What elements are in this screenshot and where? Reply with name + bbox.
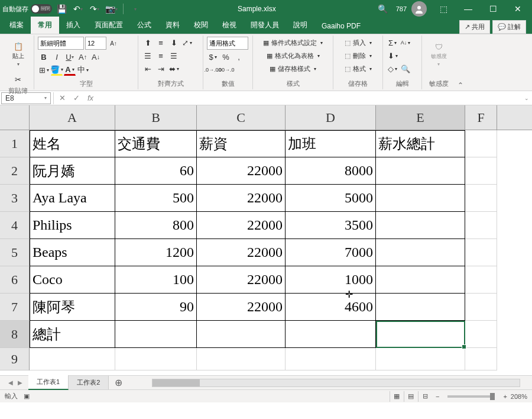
conditional-format-button[interactable]: ▦ 條件式格式設定 (257, 37, 329, 49)
cell[interactable] (376, 321, 465, 348)
cell[interactable]: 交通費 (115, 130, 197, 157)
cell[interactable] (286, 321, 376, 348)
cells-area[interactable]: 總計46002200090陳阿琴100022000100Coco70002200… (30, 130, 532, 375)
delete-cells-button[interactable]: ⬚ 刪除 (337, 50, 379, 62)
cell[interactable]: 陳阿琴 (30, 294, 115, 321)
comments-button[interactable]: 💬 註解 (492, 20, 526, 34)
row-header-1[interactable]: 1 (0, 130, 30, 157)
cell[interactable]: 90 (115, 294, 197, 321)
insert-function-icon[interactable]: fx (83, 92, 98, 104)
col-header-b[interactable]: B (115, 105, 197, 130)
cell[interactable]: 總計 (30, 321, 115, 348)
redo-icon[interactable]: ↷▾ (87, 2, 102, 16)
sheet-next-icon[interactable]: ▶ (17, 378, 24, 387)
find-icon[interactable]: 🔍 (400, 63, 411, 75)
align-center-icon[interactable]: ≡ (155, 50, 167, 62)
cell[interactable] (376, 212, 465, 239)
cell[interactable]: 60 (115, 157, 197, 185)
decrease-indent-icon[interactable]: ⇤ (142, 63, 154, 75)
cell[interactable]: 1200 (115, 239, 197, 266)
cell[interactable]: Aya Laya (30, 185, 115, 212)
share-button[interactable]: ↗ 共用 (459, 20, 490, 34)
cell[interactable]: 薪資 (197, 130, 286, 157)
percent-icon[interactable]: % (220, 51, 232, 63)
cell[interactable] (376, 185, 465, 212)
horizontal-scrollbar[interactable] (152, 379, 520, 387)
border-icon[interactable]: ⊞ (38, 64, 50, 76)
tab-file[interactable]: 檔案 (2, 17, 31, 34)
font-name-select[interactable] (38, 37, 84, 50)
cell[interactable] (465, 321, 497, 348)
cell[interactable] (30, 348, 115, 370)
cell[interactable]: 500 (115, 185, 197, 212)
close-icon[interactable]: ✕ (506, 2, 530, 16)
cell-styles-button[interactable]: ▦ 儲存格樣式 (257, 63, 329, 75)
cell[interactable] (465, 294, 497, 321)
tab-view[interactable]: 檢視 (215, 17, 244, 34)
row-header-4[interactable]: 4 (0, 212, 30, 239)
paste-button[interactable]: 📋貼上▾ (7, 37, 30, 72)
camera-icon[interactable]: 📷▾ (104, 2, 118, 16)
zoom-level[interactable]: 208% (511, 393, 527, 400)
tab-insert[interactable]: 插入 (59, 17, 87, 34)
col-header-f[interactable]: F (465, 105, 497, 130)
cell[interactable] (465, 185, 497, 212)
clear-icon[interactable]: ◇ (387, 63, 398, 75)
tab-developer[interactable]: 開發人員 (244, 17, 286, 34)
cell[interactable]: 4600 (286, 294, 376, 321)
tab-layout[interactable]: 頁面配置 (87, 17, 130, 34)
align-right-icon[interactable]: ☰ (168, 50, 180, 62)
save-icon[interactable]: 💾 (54, 2, 69, 16)
row-header-9[interactable]: 9 (0, 348, 30, 370)
underline-icon[interactable]: U▾ (64, 51, 76, 63)
tab-help[interactable]: 說明 (286, 17, 314, 34)
row-header-6[interactable]: 6 (0, 266, 30, 294)
sensitivity-button[interactable]: 🛡敏感度▾ (427, 37, 450, 72)
zoom-in-icon[interactable]: + (503, 393, 507, 400)
cell[interactable]: 加班 (286, 130, 376, 157)
cell[interactable]: Philips (30, 212, 115, 239)
normal-view-icon[interactable]: ▦ (390, 391, 404, 402)
cell[interactable] (465, 130, 497, 157)
row-header-2[interactable]: 2 (0, 157, 30, 185)
cut-icon[interactable]: ✂ (12, 73, 24, 85)
row-header-3[interactable]: 3 (0, 185, 30, 212)
cell[interactable]: 7000 (286, 239, 376, 266)
cell[interactable]: 8000 (286, 157, 376, 185)
cell[interactable] (376, 348, 465, 370)
cell[interactable] (465, 348, 497, 370)
autosave-toggle[interactable]: 自動儲存 關閉 (2, 4, 52, 14)
cell[interactable]: 100 (115, 266, 197, 294)
fill-color-icon[interactable]: 🪣 (51, 64, 63, 76)
select-all-corner[interactable] (0, 105, 30, 130)
align-top-icon[interactable]: ⬆ (142, 37, 154, 49)
cell[interactable] (376, 157, 465, 185)
cancel-formula-icon[interactable]: ✕ (55, 92, 69, 104)
minimize-icon[interactable]: — (456, 2, 480, 16)
qat-customize-icon[interactable]: ▾ (128, 2, 142, 16)
user-avatar[interactable] (411, 1, 427, 17)
sort-filter-icon[interactable]: A↓ (400, 37, 411, 49)
cell[interactable] (197, 348, 286, 370)
format-table-button[interactable]: ▦ 格式化為表格 (257, 50, 329, 62)
cell[interactable]: 姓名 (30, 130, 115, 157)
cell[interactable] (197, 321, 286, 348)
cell[interactable]: 800 (115, 212, 197, 239)
tab-formulas[interactable]: 公式 (130, 17, 158, 34)
comma-icon[interactable]: , (233, 51, 245, 63)
cell[interactable] (115, 348, 197, 370)
search-icon[interactable]: 🔍 (371, 2, 395, 16)
cell[interactable]: 5000 (286, 185, 376, 212)
cell[interactable]: Beaps (30, 239, 115, 266)
cell[interactable]: 1000 (286, 266, 376, 294)
col-header-e[interactable]: E (376, 105, 465, 130)
tab-review[interactable]: 校閱 (187, 17, 215, 34)
enter-formula-icon[interactable]: ✓ (69, 92, 83, 104)
sheet-prev-icon[interactable]: ◀ (7, 378, 14, 387)
cell[interactable]: 薪水總計 (376, 130, 465, 157)
col-header-a[interactable]: A (30, 105, 115, 130)
decrease-decimal-icon[interactable]: .00→.0 (220, 64, 232, 76)
ribbon-display-icon[interactable]: ⬚ (432, 2, 455, 16)
cell[interactable]: 22000 (197, 239, 286, 266)
font-size-select[interactable] (85, 37, 106, 50)
